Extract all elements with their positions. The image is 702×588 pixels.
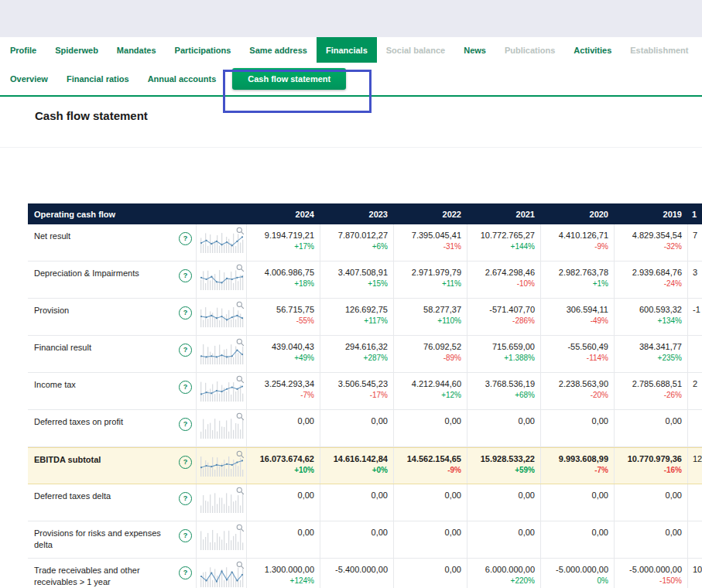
table-row: Income tax?3.254.293,34-7%3.506.545,23-1… [28,373,702,410]
amount: 3.768.536,19 [469,379,535,389]
delta-percent: +124% [248,576,314,586]
amount: 6.000.000,00 [469,565,535,575]
amount: 0,00 [396,528,461,538]
table-row: Provisions for risks and expenses delta?… [28,521,702,559]
delta-percent: -32% [616,242,682,251]
subtab-overview[interactable]: Overview [1,74,57,84]
amount: 76.092,52 [396,342,461,352]
help-icon[interactable]: ? [179,232,192,245]
help-icon[interactable]: ? [179,306,192,320]
amount: 16.073.674,62 [248,454,314,464]
sparkline-thumbnail[interactable] [196,336,246,372]
value-cell: 0,00 [393,484,467,521]
amount: 4.410.126,71 [543,231,608,241]
amount: 0,00 [322,416,388,426]
help-icon[interactable]: ? [179,566,192,579]
help-icon[interactable]: ? [179,269,192,282]
clipped-value-cell [687,410,702,446]
help-icon[interactable]: ? [179,529,192,542]
subtab-cash-flow-statement[interactable]: Cash flow statement [232,68,346,90]
delta-percent: -20% [543,391,608,400]
tab-same-address[interactable]: Same address [240,37,317,63]
row-label-cell: Financial result? [28,336,196,372]
value-cell: 0,00 [246,484,320,521]
tab-mandates[interactable]: Mandates [108,37,166,63]
year-column-header: 2020 [540,210,614,219]
delta-percent: -55% [248,316,314,326]
amount: -55.560,49 [543,342,608,352]
clipped-value-cell [687,521,702,558]
delta-percent: -10% [469,279,535,289]
amount: 14.616.142,84 [322,454,388,464]
delta-percent: +1.388% [469,354,535,363]
amount: 4.006.986,75 [248,268,314,278]
amount: 0,00 [248,491,314,501]
amount: 126.692,75 [322,305,388,315]
value-cell: -571.407,70-286% [467,299,540,335]
magnifier-icon [236,450,245,459]
value-cell: -5.400.000,00 [320,559,393,588]
row-label: Deferred taxes delta [34,491,111,502]
value-cell: 126.692,75+117% [320,299,393,335]
delta-percent: +110% [396,316,461,326]
sparkline-thumbnail[interactable] [196,224,246,261]
sparkline-thumbnail[interactable] [196,410,246,446]
help-icon[interactable]: ? [179,344,192,357]
amount: 0,00 [469,528,535,538]
value-cell: -5.000.000,000% [540,559,614,588]
value-cell: 4.006.986,75+18% [246,262,320,298]
tab-spiderweb[interactable]: Spiderweb [46,37,108,63]
subtab-annual-accounts[interactable]: Annual accounts [139,74,226,84]
amount: 14.562.154,65 [396,454,461,464]
amount: 4.212.944,60 [396,379,461,389]
amount: 2.238.563,90 [543,379,608,389]
subtab-financial-ratios[interactable]: Financial ratios [57,74,139,84]
delta-percent: +287% [322,354,388,363]
sparkline-thumbnail[interactable] [196,484,246,521]
row-label: EBITDA subtotal [34,454,101,466]
amount: 3.506.545,23 [322,379,388,389]
delta-percent: -31% [396,242,461,251]
delta-percent: +12% [396,391,461,400]
delta-percent: +18% [248,279,314,289]
amount: 0,00 [616,491,682,501]
year-column-header: 2021 [467,210,540,219]
amount: 10.772.765,27 [469,231,535,241]
value-cell: 0,00 [393,559,467,588]
value-cell: 0,00 [246,521,320,558]
amount: 600.593,32 [616,305,682,315]
amount: 439.040,43 [248,342,314,352]
help-icon[interactable]: ? [179,381,192,394]
magnifier-icon [236,301,245,309]
row-label: Income tax [34,379,76,391]
sparkline-thumbnail[interactable] [196,373,246,409]
amount: 15.928.533,22 [469,454,535,464]
value-cell: -55.560,49-114% [540,336,614,372]
sparkline-thumbnail[interactable] [196,521,246,558]
tab-participations[interactable]: Participations [166,37,241,63]
sparkline-thumbnail[interactable] [196,299,246,335]
tab-financials[interactable]: Financials [317,37,377,63]
help-icon[interactable]: ? [179,492,192,505]
magnifier-icon [236,375,245,384]
sparkline-thumbnail[interactable] [196,262,246,298]
amount: 7.870.012,27 [322,231,388,241]
delta-percent: +220% [469,576,535,586]
clipped-value-cell: 2 [687,373,702,409]
row-label: Trade receivables and other receivables … [34,565,170,588]
tab-news[interactable]: News [454,37,495,63]
value-cell: 0,00 [246,410,320,446]
value-cell: 7.395.045,41-31% [393,224,467,261]
tab-profile[interactable]: Profile [1,37,46,63]
value-cell: 0,00 [540,484,614,521]
sparkline-thumbnail[interactable] [196,448,246,484]
sparkline-thumbnail[interactable] [196,559,246,588]
value-cell: 0,00 [614,484,687,521]
amount: 2.674.298,46 [469,268,535,278]
value-cell: 3.768.536,19+68% [467,373,540,409]
help-icon[interactable]: ? [179,456,192,469]
value-cell: 0,00 [540,410,614,446]
tab-activities[interactable]: Activities [564,37,621,63]
table-row: Provision?56.715,75-55%126.692,75+117%58… [28,299,702,336]
help-icon[interactable]: ? [179,418,192,431]
